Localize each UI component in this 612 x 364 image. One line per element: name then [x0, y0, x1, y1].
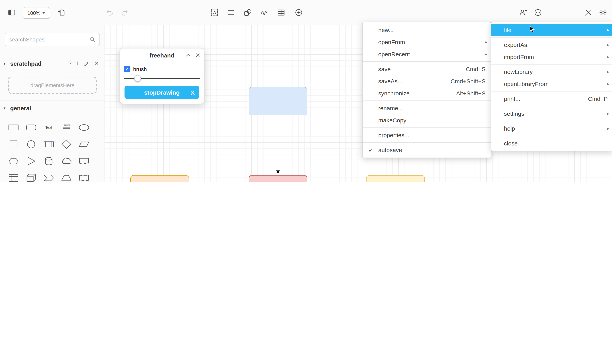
diagram-node-center[interactable]	[249, 175, 307, 182]
shape-rounded-rectangle[interactable]	[22, 119, 40, 136]
panel-toggle-icon[interactable]	[5, 6, 18, 19]
file-menu-item-makecopy[interactable]: makeCopy...	[362, 114, 491, 126]
file-menu-item-openrecent[interactable]: openRecent▸	[362, 48, 491, 60]
shape-hexagon[interactable]	[5, 153, 22, 169]
menu-item-label: openLibraryFrom	[504, 80, 549, 87]
brush-size-slider[interactable]	[124, 75, 200, 82]
menu-item-openlibraryfrom[interactable]: openLibraryFrom▸	[491, 78, 612, 90]
stop-drawing-shortcut: X	[191, 89, 195, 96]
diagram-node-left[interactable]	[130, 175, 189, 182]
file-menu-item-rename[interactable]: rename...	[362, 102, 491, 114]
menu-divider	[362, 128, 491, 128]
shape-cube[interactable]	[22, 169, 40, 182]
menu-item-file[interactable]: file▸	[491, 24, 612, 36]
close-icon[interactable]	[195, 53, 200, 57]
toolbar: 100% A	[0, 0, 612, 26]
zoom-dropdown[interactable]: 100%	[23, 7, 50, 19]
menu-item-label: print...	[504, 95, 520, 102]
shape-triangle[interactable]	[22, 153, 40, 169]
menu-divider	[362, 142, 491, 143]
text-tool-icon[interactable]: A	[208, 6, 221, 19]
collapse-icon[interactable]	[186, 52, 191, 58]
general-section-header[interactable]: ▾ general	[0, 100, 105, 116]
menu-item-print[interactable]: print...Cmd+P	[491, 93, 612, 105]
shape-text[interactable]: Text	[40, 119, 57, 136]
scratchpad-drop-zone[interactable]: dragElementsHere	[8, 77, 97, 94]
freehand-window: freehand ✓ brush stopDrawing X	[119, 48, 204, 104]
shape-circle[interactable]	[22, 136, 40, 153]
shape-process[interactable]	[40, 136, 57, 153]
menu-item-exportas[interactable]: exportAs▸	[491, 39, 612, 51]
freehand-titlebar[interactable]: freehand	[120, 49, 204, 62]
shape-parallelogram[interactable]	[75, 136, 93, 153]
diagram-node-right[interactable]	[366, 175, 425, 182]
shape-trapezoid[interactable]	[57, 169, 75, 182]
file-menu-item-autosave[interactable]: ✓autosave	[362, 144, 491, 156]
shape-tape[interactable]	[75, 169, 93, 182]
menu-item-label: new...	[378, 26, 393, 33]
insert-page-icon[interactable]	[55, 6, 68, 19]
file-menu-item-openfrom[interactable]: openFrom▸	[362, 36, 491, 48]
file-menu-item-properties[interactable]: properties...	[362, 129, 491, 141]
shapes-tool-icon[interactable]	[241, 6, 254, 19]
shape-square[interactable]	[5, 136, 22, 153]
menu-item-newlibrary[interactable]: newLibrary▸	[491, 66, 612, 78]
menu-shortcut: Cmd+S	[466, 66, 486, 72]
submenu-arrow-icon: ▸	[607, 54, 609, 59]
shape-diamond[interactable]	[57, 136, 75, 153]
shape-textbox[interactable]: Heading	[57, 119, 75, 136]
redo-icon[interactable]	[118, 6, 131, 19]
menu-item-label: close	[504, 140, 518, 147]
submenu-arrow-icon: ▸	[485, 51, 487, 57]
check-icon: ✓	[368, 147, 373, 153]
add-shape-icon[interactable]	[292, 6, 306, 19]
shape-step[interactable]	[40, 169, 57, 182]
add-icon[interactable]: +	[76, 59, 80, 67]
close-icon[interactable]: ✕	[94, 60, 99, 67]
shape-document[interactable]	[75, 153, 93, 169]
theme-light-icon[interactable]	[596, 6, 610, 19]
sketch-style-icon[interactable]	[582, 6, 595, 19]
zoom-value: 100%	[28, 10, 41, 16]
menu-item-label: help	[504, 125, 515, 132]
menu-item-label: settings	[504, 110, 524, 117]
mouse-cursor	[529, 26, 535, 33]
shape-cloud[interactable]	[57, 153, 75, 169]
shape-ellipse[interactable]	[75, 119, 93, 136]
scratchpad-section-header[interactable]: ▾ scratchpad ? + ✕	[0, 55, 105, 71]
freehand-tool-icon[interactable]	[258, 6, 271, 19]
menu-item-help[interactable]: help▸	[491, 122, 612, 134]
svg-text:A: A	[213, 10, 216, 15]
file-menu-item-new[interactable]: new...	[362, 24, 491, 36]
menu-item-close[interactable]: close	[491, 137, 612, 149]
search-input[interactable]	[5, 36, 89, 43]
menu-item-settings[interactable]: settings▸	[491, 107, 612, 120]
more-menu-icon[interactable]	[531, 6, 545, 19]
undo-icon[interactable]	[103, 6, 116, 19]
share-icon[interactable]	[516, 6, 530, 19]
menu-item-label: properties...	[378, 132, 409, 138]
menu-divider	[491, 106, 612, 106]
file-menu-item-save[interactable]: saveCmd+S	[362, 63, 491, 75]
stop-drawing-button[interactable]: stopDrawing X	[125, 86, 199, 99]
table-tool-icon[interactable]	[275, 6, 288, 19]
file-menu-item-synchronize[interactable]: synchronizeAlt+Shift+S	[362, 87, 491, 99]
menu-divider	[491, 37, 612, 38]
shape-rectangle[interactable]	[5, 119, 22, 136]
brush-checkbox[interactable]: ✓	[124, 66, 130, 72]
edit-pencil-icon[interactable]	[84, 60, 90, 66]
slider-thumb[interactable]	[134, 75, 141, 82]
help-icon[interactable]: ?	[68, 60, 71, 66]
shape-cylinder[interactable]	[40, 153, 57, 169]
file-menu-item-saveas[interactable]: saveAs...Cmd+Shift+S	[362, 75, 491, 87]
menu-item-label: newLibrary	[504, 68, 533, 75]
menu-item-label: openRecent	[378, 51, 410, 57]
menu-item-label: synchronize	[378, 90, 410, 97]
shape-internal-storage[interactable]	[5, 169, 22, 182]
menu-item-label: exportAs	[504, 41, 527, 48]
menu-item-importfrom[interactable]: importFrom▸	[491, 51, 612, 63]
diagram-node-top[interactable]	[249, 87, 307, 115]
svg-text:Text: Text	[45, 126, 52, 130]
rectangle-tool-icon[interactable]	[224, 6, 238, 19]
main-menu: file▸exportAs▸importFrom▸newLibrary▸open…	[491, 22, 612, 151]
